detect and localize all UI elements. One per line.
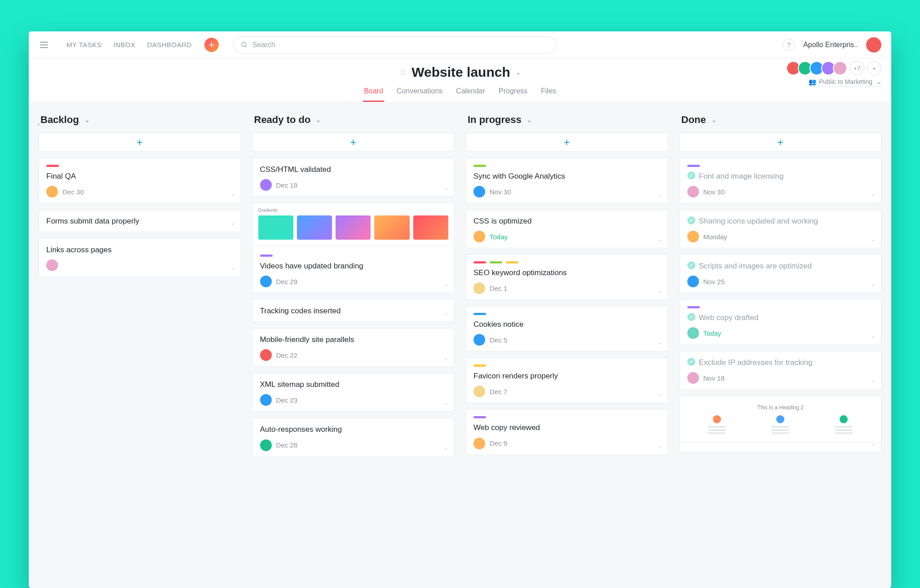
assignee-avatar[interactable] [260,276,272,287]
chevron-down-icon[interactable]: ⌄ [658,391,662,397]
task-card[interactable]: ✓Scripts and images are optimizedNov 25⌄ [680,255,882,293]
task-card[interactable]: Tracking codes inserted⌄ [252,299,455,322]
assignee-avatar[interactable] [473,438,485,449]
assignee-avatar[interactable] [46,186,58,197]
due-date: Dec 9 [490,439,507,447]
chevron-down-icon[interactable]: ⌄ [871,440,876,447]
assignee-avatar[interactable] [687,186,699,197]
assignee-avatar[interactable] [473,231,485,242]
add-card-button[interactable]: + [252,133,455,152]
assignee-avatar[interactable] [687,327,699,339]
column-header[interactable]: Backlog⌄ [39,112,241,127]
chevron-down-icon[interactable]: ⌄ [444,281,448,287]
chevron-down-icon[interactable]: ⌄ [871,333,876,339]
task-card[interactable]: XML sitemap submittedDec 23⌄ [252,373,455,412]
search-box[interactable] [233,36,557,53]
tab-board[interactable]: Board [363,83,384,102]
nav-my-tasks[interactable]: MY TASKS [66,41,102,48]
column-header[interactable]: In progress⌄ [466,112,668,127]
global-add-button[interactable]: + [204,38,219,52]
assignee-avatar[interactable] [260,439,272,451]
tab-conversations[interactable]: Conversations [396,83,443,102]
topbar: MY TASKS INBOX DASHBOARD + ? Apollo Ente… [29,31,891,58]
task-card[interactable]: Favicon renders properlyDec 7⌄ [466,358,668,403]
task-card[interactable]: CSS is optimizedToday⌄ [466,210,668,248]
column-header[interactable]: Done⌄ [680,112,882,127]
members-add-button[interactable]: + [867,61,881,75]
assignee-avatar[interactable] [46,259,58,271]
tab-files[interactable]: Files [540,83,557,102]
nav-dashboard[interactable]: DASHBOARD [147,41,192,48]
column-title: In progress [468,114,522,126]
assignee-avatar[interactable] [260,394,272,406]
task-card[interactable]: Forms submit data properly⌄ [39,210,241,232]
card-meta: Dec 5 [473,334,660,346]
chevron-down-icon[interactable]: ⌄ [444,445,448,451]
task-card[interactable]: ✓Exclude IP addresses for trackingNov 18… [680,351,882,390]
assignee-avatar[interactable] [473,386,485,397]
chevron-down-icon[interactable]: ⌄ [871,281,876,287]
due-date: Dec 5 [490,336,507,344]
chevron-down-icon[interactable]: ⌄ [658,191,662,197]
chevron-down-icon[interactable]: ⌄ [871,377,876,384]
assignee-avatar[interactable] [687,372,699,384]
task-card[interactable]: Web copy reviewedDec 9⌄ [466,409,668,455]
task-card[interactable]: Final QADec 30⌄ [39,158,241,203]
chevron-down-icon[interactable]: ⌄ [871,236,876,242]
assignee-avatar[interactable] [473,186,485,197]
chevron-down-icon[interactable]: ⌄ [871,191,876,197]
task-card[interactable]: This Is a Heading 2⌄ [680,396,882,452]
card-title: Sync with Google Analytics [473,171,565,181]
column-header[interactable]: Ready to do⌄ [252,112,455,127]
chevron-down-icon[interactable]: ⌄ [658,288,662,294]
card-meta: Dec 23 [260,394,447,406]
add-card-button[interactable]: + [680,133,882,152]
chevron-down-icon[interactable]: ⌄ [444,310,448,316]
help-button[interactable]: ? [783,39,795,51]
chevron-down-icon[interactable]: ⌄ [444,184,448,191]
chevron-down-icon[interactable]: ⌄ [444,399,448,406]
due-date: Today [703,329,721,337]
task-card[interactable]: Links across pages⌄ [39,238,241,277]
org-switcher[interactable]: Apollo Enterpris.. [803,41,858,49]
add-card-button[interactable]: + [466,133,668,152]
top-nav: MY TASKS INBOX DASHBOARD [66,41,192,48]
project-menu-caret[interactable]: ⌄ [516,69,521,76]
assignee-avatar[interactable] [260,179,272,191]
add-card-button[interactable]: + [39,133,241,152]
assignee-avatar[interactable] [687,231,699,242]
members-more-button[interactable]: +7 [850,61,864,75]
tab-progress[interactable]: Progress [498,83,528,102]
chevron-down-icon[interactable]: ⌄ [230,220,235,226]
task-card[interactable]: GradientsVideos have updated brandingDec… [252,203,455,293]
chevron-down-icon[interactable]: ⌄ [658,443,662,449]
assignee-avatar[interactable] [687,276,699,287]
star-icon[interactable]: ☆ [399,67,407,78]
task-card[interactable]: Cookies noticeDec 5⌄ [466,306,668,351]
expand-sidebar-icon[interactable]: » [37,120,45,127]
menu-icon[interactable] [39,39,49,50]
task-card[interactable]: ✓Web copy draftedToday⌄ [680,299,882,345]
task-card[interactable]: SEO keyword optimizationsDec 1⌄ [466,255,668,300]
chevron-down-icon[interactable]: ⌄ [230,191,235,197]
task-card[interactable]: CSS/HTML validatedDec 19⌄ [252,158,455,197]
project-visibility[interactable]: 👥 Public to Marketing ⌄ [809,78,881,87]
task-card[interactable]: Sync with Google AnalyticsNov 30⌄ [466,158,668,203]
tag-pill [473,416,486,418]
chevron-down-icon[interactable]: ⌄ [658,339,662,346]
tab-calendar[interactable]: Calendar [455,83,486,102]
assignee-avatar[interactable] [473,282,485,294]
search-input[interactable] [252,41,549,49]
task-card[interactable]: Auto-responses workingDec 28⌄ [252,418,455,456]
member-avatar[interactable] [833,61,847,75]
task-card[interactable]: ✓Sharing icons updated and workingMonday… [680,210,882,248]
chevron-down-icon[interactable]: ⌄ [230,265,235,271]
chevron-down-icon[interactable]: ⌄ [658,236,662,242]
assignee-avatar[interactable] [260,349,272,361]
task-card[interactable]: Mobile-friendly site parallelsDec 22⌄ [252,328,455,367]
assignee-avatar[interactable] [473,334,485,346]
nav-inbox[interactable]: INBOX [113,41,135,48]
chevron-down-icon[interactable]: ⌄ [444,355,448,361]
current-user-avatar[interactable] [866,37,881,53]
task-card[interactable]: ✓Font and image licensingNov 30⌄ [680,158,882,203]
